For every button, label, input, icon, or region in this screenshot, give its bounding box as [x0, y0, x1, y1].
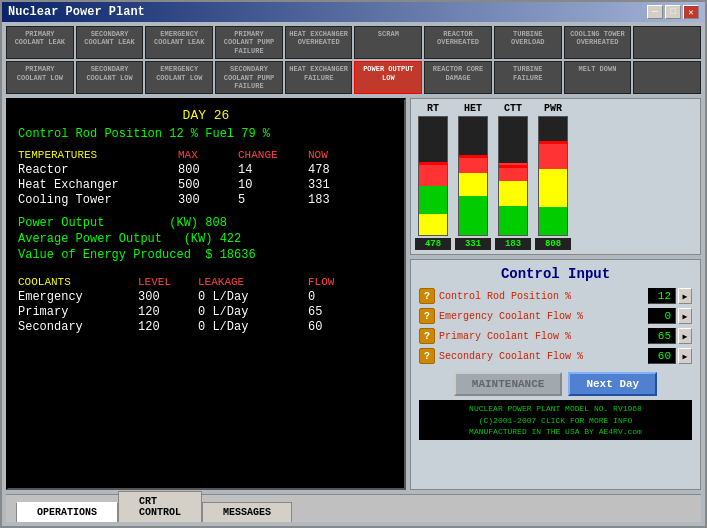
alert-button[interactable]: EMERGENCY COOLANT LOW	[145, 61, 213, 94]
alert-button[interactable]	[633, 26, 701, 59]
now-col-label: NOW	[308, 149, 368, 161]
alert-button[interactable]: POWER OUTPUT LOW	[354, 61, 422, 94]
control-input-title: Control Input	[419, 266, 692, 282]
gauge-het-bar	[458, 116, 488, 236]
rod-input-group: 12 ▶	[648, 288, 692, 304]
gauge-het: HET 331	[455, 103, 491, 250]
coolant-header: COOLANTS LEVEL LEAKAGE FLOW	[18, 276, 394, 288]
gauge-het-label: HET	[464, 103, 482, 114]
gauge-rt-bar	[418, 116, 448, 236]
secondary-coolant-input[interactable]: 60	[648, 348, 676, 364]
control-row-primary: ? Primary Coolant Flow % 65 ▶	[419, 328, 692, 344]
temp-row-heat-exchanger: Heat Exchanger 500 10 331	[18, 178, 394, 192]
next-day-button[interactable]: Next Day	[568, 372, 657, 396]
help-secondary-button[interactable]: ?	[419, 348, 435, 364]
maintenance-button[interactable]: MAINTENANCE	[454, 372, 563, 396]
alert-button[interactable]: PRIMARY COOLANT LOW	[6, 61, 74, 94]
alert-button[interactable]: SECONDARY COOLANT LEAK	[76, 26, 144, 59]
help-emergency-button[interactable]: ?	[419, 308, 435, 324]
tab-messages[interactable]: MESSAGES	[202, 502, 292, 522]
coolant-row-primary: Primary 120 0 L/Day 65	[18, 305, 394, 319]
gauge-ctt-value: 183	[495, 238, 531, 250]
gauge-het-value: 331	[455, 238, 491, 250]
alert-button[interactable]	[633, 61, 701, 94]
primary-coolant-control-label: Primary Coolant Flow %	[439, 331, 644, 342]
secondary-coolant-control-label: Secondary Coolant Flow %	[439, 351, 644, 362]
coolants-section: COOLANTS LEVEL LEAKAGE FLOW Emergency 30…	[18, 276, 394, 334]
alert-button[interactable]: PRIMARY COOLANT PUMP FAILURE	[215, 26, 283, 59]
secondary-increase-button[interactable]: ▶	[678, 348, 692, 364]
gauge-pwr: PWR 808	[535, 103, 571, 250]
maximize-button[interactable]: □	[665, 5, 681, 19]
alert-button[interactable]: SECONDARY COOLANT PUMP FAILURE	[215, 61, 283, 94]
temp-col-label: TEMPERATURES	[18, 149, 178, 161]
gauge-pwr-value: 808	[535, 238, 571, 250]
gauge-rt: RT 478	[415, 103, 451, 250]
control-input-panel: Control Input ? Control Rod Position % 1…	[410, 259, 701, 490]
control-row-emergency: ? Emergency Coolant Flow % 0 ▶	[419, 308, 692, 324]
rod-position-control-label: Control Rod Position %	[439, 291, 644, 302]
coolant-row-emergency: Emergency 300 0 L/Day 0	[18, 290, 394, 304]
alert-button[interactable]: TURBINE OVERLOAD	[494, 26, 562, 59]
max-col-label: MAX	[178, 149, 238, 161]
gauge-rt-value: 478	[415, 238, 451, 250]
emergency-input-group: 0 ▶	[648, 308, 692, 324]
avg-power-line: Average Power Output (KW) 422	[18, 232, 394, 246]
emergency-increase-button[interactable]: ▶	[678, 308, 692, 324]
alert-button[interactable]: TURBINE FAILURE	[494, 61, 562, 94]
action-buttons: MAINTENANCE Next Day	[419, 368, 692, 400]
rod-position-value: 12	[169, 127, 183, 141]
primary-input-group: 65 ▶	[648, 328, 692, 344]
gauge-pwr-label: PWR	[544, 103, 562, 114]
help-rod-button[interactable]: ?	[419, 288, 435, 304]
close-button[interactable]: ✕	[683, 5, 699, 19]
alert-button[interactable]: SECONDARY COOLANT LOW	[76, 61, 144, 94]
main-window: Nuclear Power Plant ─ □ ✕ PRIMARY COOLAN…	[0, 0, 707, 528]
gauge-pwr-bar	[538, 116, 568, 236]
control-row-secondary: ? Secondary Coolant Flow % 60 ▶	[419, 348, 692, 364]
alert-button[interactable]: MELT DOWN	[564, 61, 632, 94]
rod-fuel-line: Control Rod Position 12 % Fuel 79 %	[18, 127, 394, 141]
emergency-coolant-input[interactable]: 0	[648, 308, 676, 324]
power-output-line: Power Output (KW) 808	[18, 216, 394, 230]
tab-bar: OPERATIONS CRTCONTROL MESSAGES	[6, 494, 701, 522]
window-content: PRIMARY COOLANT LEAKSECONDARY COOLANT LE…	[2, 22, 705, 526]
alert-button[interactable]: REACTOR OVERHEATED	[424, 26, 492, 59]
secondary-input-group: 60 ▶	[648, 348, 692, 364]
alert-panel: PRIMARY COOLANT LEAKSECONDARY COOLANT LE…	[6, 26, 701, 94]
emergency-coolant-control-label: Emergency Coolant Flow %	[439, 311, 644, 322]
gauges-row: RT 478 HET	[410, 98, 701, 255]
alert-button[interactable]: COOLING TOWER OVERHEATED	[564, 26, 632, 59]
rod-position-input[interactable]: 12	[648, 288, 676, 304]
display-panel: DAY 26 Control Rod Position 12 % Fuel 79…	[6, 98, 406, 490]
control-row-rod: ? Control Rod Position % 12 ▶	[419, 288, 692, 304]
alert-button[interactable]: EMERGENCY COOLANT LEAK	[145, 26, 213, 59]
footer-info: NUCLEAR POWER PLANT MODEL NO. RV1968 (C)…	[419, 400, 692, 440]
footer-line3: MANUFACTURED IN THE USA BY AE4RV.com	[425, 426, 686, 437]
gauge-ctt: CTT 183	[495, 103, 531, 250]
title-bar: Nuclear Power Plant ─ □ ✕	[2, 2, 705, 22]
change-col-label: CHANGE	[238, 149, 308, 161]
alert-button[interactable]: HEAT EXCHANGER OVERHEATED	[285, 26, 353, 59]
right-panel: RT 478 HET	[410, 98, 701, 490]
window-controls: ─ □ ✕	[647, 5, 699, 19]
alert-button[interactable]: HEAT EXCHANGER FAILURE	[285, 61, 353, 94]
tab-operations[interactable]: OPERATIONS	[16, 502, 118, 522]
rod-position-label: Control Rod Position	[18, 127, 169, 141]
footer-line1: NUCLEAR POWER PLANT MODEL NO. RV1968	[425, 403, 686, 414]
alert-button[interactable]: REACTOR CORE DAMAGE	[424, 61, 492, 94]
gauge-ctt-bar	[498, 116, 528, 236]
temp-row-cooling-tower: Cooling Tower 300 5 183	[18, 193, 394, 207]
coolant-row-secondary: Secondary 120 0 L/Day 60	[18, 320, 394, 334]
alert-button[interactable]: PRIMARY COOLANT LEAK	[6, 26, 74, 59]
minimize-button[interactable]: ─	[647, 5, 663, 19]
primary-coolant-input[interactable]: 65	[648, 328, 676, 344]
primary-increase-button[interactable]: ▶	[678, 328, 692, 344]
fuel-value: 79	[241, 127, 255, 141]
alert-button[interactable]: SCRAM	[354, 26, 422, 59]
day-display: DAY 26	[18, 108, 394, 123]
rod-increase-button[interactable]: ▶	[678, 288, 692, 304]
help-primary-button[interactable]: ?	[419, 328, 435, 344]
gauge-ctt-label: CTT	[504, 103, 522, 114]
tab-crt-control[interactable]: CRTCONTROL	[118, 491, 202, 522]
